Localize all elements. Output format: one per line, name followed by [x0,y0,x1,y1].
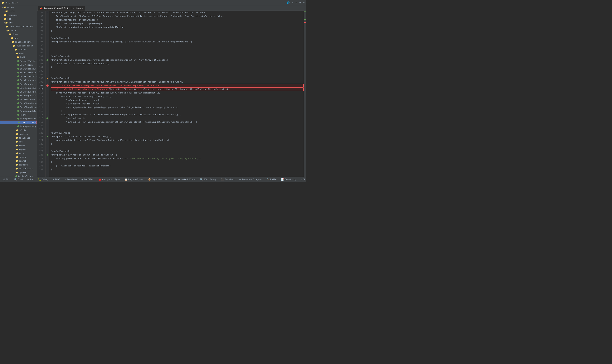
sidebar-item-admin[interactable]: 📁admin [0,52,37,55]
sidebar-item-org[interactable]: ▾📁org [0,36,37,40]
code-text: "ann">@Override [51,131,70,135]
file-icon [17,87,19,89]
sidebar-item-action[interactable]: ▾📁action [0,48,37,52]
sidebar-item-BulkRequestHandler[interactable]: BulkRequestHandler [0,90,37,94]
project-icon: 📁 [1,1,4,4]
sidebar-item-BulkShardResponse[interactable]: BulkShardResponse [0,105,37,109]
status-item-git[interactable]: ⎇Git [1,177,10,182]
bookmark-icon[interactable]: ⊟ [296,1,297,4]
sidebar-item-fieldcaps[interactable]: 📁fieldcaps [0,136,37,140]
file-icon [17,114,19,116]
status-item-todo[interactable]: ✓TODO [52,177,61,182]
sidebar-item-BulkResponse[interactable]: BulkResponse [0,98,37,101]
sidebar-item-bulk[interactable]: ▾📁bulk [0,55,37,59]
sidebar-item-java[interactable]: ▾📁java [0,32,37,36]
sidebar-item-label: BulkRequest [20,83,34,85]
sidebar-item-BulkItemRequest[interactable]: BulkItemRequest [0,67,37,71]
tab-close-button[interactable]: × [82,7,83,9]
code-line: } [51,29,304,33]
folder-icon: 📁 [17,56,19,59]
sidebar-item-apache.lucene[interactable]: 📁apache.lucene [0,40,37,44]
sidebar-item-update[interactable]: 📁update [0,170,37,174]
status-item-debug[interactable]: 🐛Debug [37,177,49,182]
code-content[interactable]: "kw">super(settings, ACTION_NAME, transp… [49,11,304,177]
code-line: "ann">@Override [51,54,304,58]
minimize-icon[interactable]: ─ [303,1,305,4]
sidebar-item-licenses[interactable]: 📁licenses [0,13,37,17]
sidebar-item-ActionFuture[interactable]: ActionFuture [0,174,37,177]
sidebar-item-support[interactable]: 📁support [0,163,37,167]
sidebar-item-label: termvectors [19,168,33,170]
sidebar-item-BulkRequestParser[interactable]: BulkRequestParser [0,94,37,98]
event-log-icon: 📝 [281,178,284,181]
sidebar-item-internalClusterTest[interactable]: 📁internalClusterTest [0,25,37,28]
globe-icon[interactable]: 🌐 [287,1,290,4]
sidebar-item-BulkProcessor[interactable]: BulkProcessor [0,78,37,82]
sidebar-item-termvectors[interactable]: 📁termvectors [0,167,37,170]
status-item-soql-query[interactable]: 🔍SOQL Query [199,177,217,182]
project-label[interactable]: Project [6,1,16,4]
sidebar-item-BulkAction[interactable]: BulkAction [0,63,37,67]
sidebar-item-MappingUpdatePerformer[interactable]: MappingUpdatePerformer [0,109,37,113]
sidebar-item-label: delete [19,129,27,131]
sidebar-item-delete[interactable]: 📁delete [0,128,37,132]
sidebar-item-TransportSingleItemBulkWriteAction[interactable]: TransportSingleItemBulkWriteAction [0,124,37,128]
file-icon [17,118,19,120]
file-icon [17,68,19,70]
code-text: mappingUpdatedAction.updateMappingOnMast… [51,105,178,109]
sidebar-item-TransportBulkAction[interactable]: TransportBulkAction [0,117,37,121]
active-tab[interactable]: 🍅 TransportShardBulkAction.java × [38,6,85,11]
sidebar-item-src[interactable]: ▾📁src [0,21,37,25]
sidebar-item-label: ingest [19,148,27,151]
status-item-jrebel-console[interactable]: ☕JRebel Console [300,177,306,182]
line-number: 117 [37,113,44,117]
sidebar-item-get[interactable]: 📁get [0,140,37,143]
status-item-profiler[interactable]: ◉Profiler [81,177,95,182]
sidebar-item-explain[interactable]: 📁explain [0,132,37,136]
status-item-problems[interactable]: ⚠Problems [64,177,78,182]
status-item-event-log[interactable]: 📝Event Log [280,177,297,182]
sidebar-item-BulkRequestBuilder[interactable]: BulkRequestBuilder [0,86,37,90]
code-line: ActionListener<PrimaryResultBulkShardReq… [51,84,304,87]
sidebar-item-BulkItemResponse[interactable]: BulkItemResponse [0,71,37,75]
sidebar-item-Retry[interactable]: Retry [0,113,37,117]
line-number: 92 [37,22,44,25]
sidebar-item-TransportShardBulkAction[interactable]: TransportShardBulkAction [0,121,37,124]
sidebar-item-BulkPrimaryExecutionContext[interactable]: BulkPrimaryExecutionContext [0,75,37,78]
list-icon[interactable]: ≡ [292,1,293,4]
status-item-build[interactable]: 🔨Build [266,177,277,182]
status-item-run[interactable]: ▶Run [27,177,34,182]
sidebar-item-index[interactable]: 📁index [0,143,37,147]
sidebar-item-resync[interactable]: 📁resync [0,155,37,159]
gutter-item [46,65,49,69]
code-line: "kw">public "kw">void onNewClusterState(… [51,120,304,124]
status-item-find[interactable]: 🔍Find [13,177,24,182]
status-item-dependencies[interactable]: 📦Dependencies [147,177,168,182]
sidebar-item-out[interactable]: 📁out [0,17,37,21]
status-item-log-analyzer[interactable]: 📋Log Analyzer [124,177,144,182]
sidebar-item-BackoffPolicy[interactable]: BackoffPolicy [0,59,37,63]
sidebar-item-build[interactable]: ▸📁build [0,9,37,13]
sidebar-item-main2[interactable]: 📁main [0,151,37,155]
status-item-sequence-diagram[interactable]: ⟶Sequence Diagram [239,177,263,182]
sidebar-item-BulkShardRequest[interactable]: BulkShardRequest [0,101,37,105]
folder-icon: 📁 [15,129,18,131]
code-line [51,51,304,54]
sidebar-item-BulkRequest[interactable]: BulkRequest [0,82,37,86]
sidebar-item-elasticsearch[interactable]: ▾📁elasticsearch [0,44,37,48]
line-number: 106 [37,73,44,77]
status-item-illuminated-cloud[interactable]: ☁Illuminated Cloud [171,177,196,182]
project-dropdown-icon[interactable]: ▾ [17,1,19,4]
status-item-terminal[interactable]: ⬛Terminal [220,177,236,182]
settings-icon[interactable]: ⚙ [299,1,301,4]
sidebar-item-search[interactable]: 📁search [0,159,37,163]
file-icon [17,99,19,100]
code-text: (update, shardId, mappingListener) -> { [51,95,111,98]
sidebar-item-label: BulkAction [20,64,33,66]
code-text: BulkShardRequest::"kw">new, BulkShardReq… [51,14,224,18]
status-item-anonymous-apex[interactable]: 🍅Anonymous Apex [98,177,121,182]
sidebar-item-ingest[interactable]: 📁ingest [0,147,37,151]
sidebar-item-server[interactable]: ▾📁server [0,5,37,9]
sidebar-item-main[interactable]: ▾📁main [0,28,37,32]
code-line: "kw">assert shardId != null; [51,102,304,105]
